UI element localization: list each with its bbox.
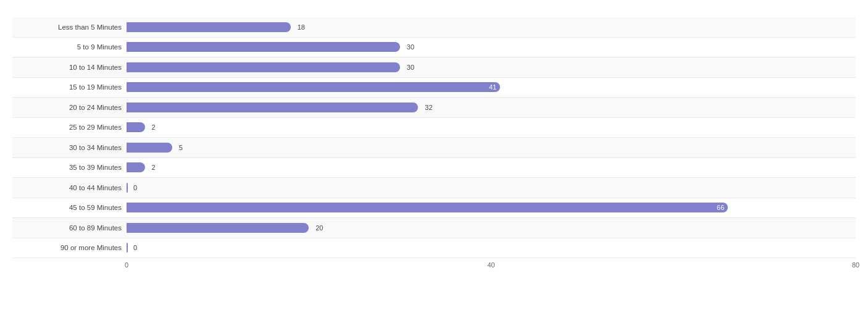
bar-track: 2	[127, 118, 856, 138]
bar-value: 2	[151, 164, 155, 171]
bar-label: 25 to 29 Minutes	[12, 124, 127, 131]
bar-fill: 41	[127, 82, 500, 92]
bar-label: 90 or more Minutes	[12, 244, 127, 251]
bar-track: 5	[127, 138, 856, 157]
bar-track: 2	[127, 158, 856, 178]
bar-row: 30 to 34 Minutes5	[12, 138, 856, 158]
x-tick: 0	[125, 261, 128, 269]
bar-fill	[127, 243, 128, 253]
bar-label: 35 to 39 Minutes	[12, 164, 127, 171]
chart-body: Less than 5 Minutes185 to 9 Minutes3010 …	[12, 17, 856, 277]
bar-value: 0	[133, 244, 137, 251]
bar-row: 20 to 24 Minutes32	[12, 98, 856, 118]
x-tick: 80	[852, 261, 859, 269]
bar-track: 32	[127, 98, 856, 117]
bar-track: 18	[127, 17, 856, 37]
bar-value: 5	[179, 144, 183, 151]
bar-fill	[127, 143, 172, 153]
bar-row: 5 to 9 Minutes30	[12, 38, 856, 58]
bar-track: 30	[127, 38, 856, 57]
bar-label: 45 to 59 Minutes	[12, 204, 127, 211]
bar-fill	[127, 103, 418, 112]
bar-fill	[127, 22, 291, 32]
bar-row: 35 to 39 Minutes2	[12, 158, 856, 178]
bar-row: Less than 5 Minutes18	[12, 17, 856, 38]
bar-value: 20	[315, 224, 323, 232]
bar-row: 40 to 44 Minutes0	[12, 178, 856, 198]
bar-label: 5 to 9 Minutes	[12, 43, 127, 51]
bar-fill	[127, 42, 400, 52]
bar-fill	[127, 122, 145, 132]
x-axis: 04080	[127, 258, 856, 277]
bars-area: Less than 5 Minutes185 to 9 Minutes3010 …	[12, 17, 856, 258]
bar-label: 30 to 34 Minutes	[12, 144, 127, 151]
bar-value-inside: 66	[717, 204, 724, 211]
bar-value: 32	[425, 104, 432, 111]
bar-track: 0	[127, 178, 856, 198]
bar-value: 30	[407, 64, 414, 71]
chart-container: Less than 5 Minutes185 to 9 Minutes3010 …	[0, 0, 868, 323]
bar-track: 41	[127, 78, 856, 98]
bar-row: 10 to 14 Minutes30	[12, 57, 856, 78]
bar-row: 25 to 29 Minutes2	[12, 118, 856, 138]
bar-row: 15 to 19 Minutes41	[12, 78, 856, 98]
bar-label: 60 to 89 Minutes	[12, 224, 127, 232]
bar-track: 66	[127, 198, 856, 218]
bar-fill	[127, 162, 145, 172]
bar-track: 0	[127, 238, 856, 258]
bar-label: 10 to 14 Minutes	[12, 64, 127, 71]
bar-row: 45 to 59 Minutes66	[12, 198, 856, 219]
bar-value-inside: 41	[489, 83, 496, 91]
bar-value: 18	[298, 23, 305, 31]
bar-label: 15 to 19 Minutes	[12, 83, 127, 91]
bar-label: 40 to 44 Minutes	[12, 184, 127, 191]
x-tick: 40	[487, 261, 495, 269]
bar-fill	[127, 183, 128, 193]
bar-fill	[127, 62, 400, 72]
bar-row: 90 or more Minutes0	[12, 238, 856, 259]
bar-value: 30	[407, 43, 414, 51]
bar-fill: 66	[127, 203, 728, 212]
bar-label: 20 to 24 Minutes	[12, 104, 127, 111]
bar-row: 60 to 89 Minutes20	[12, 218, 856, 238]
bar-track: 20	[127, 218, 856, 238]
bar-value: 2	[151, 124, 155, 131]
bar-track: 30	[127, 57, 856, 77]
bar-label: Less than 5 Minutes	[12, 23, 127, 31]
bar-value: 0	[133, 184, 137, 191]
bar-fill	[127, 223, 309, 233]
